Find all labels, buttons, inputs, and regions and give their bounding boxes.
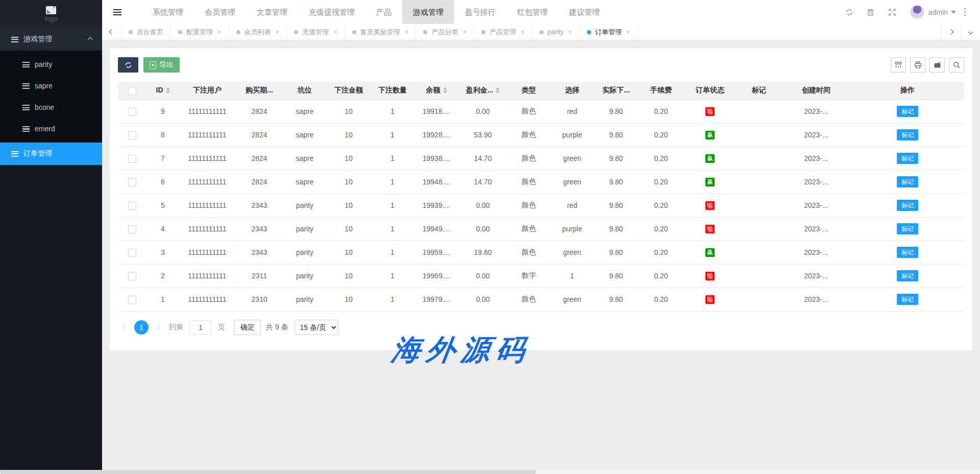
mark-button[interactable]: 标记 xyxy=(897,129,918,140)
tab-首充奖励管理[interactable]: 首充奖励管理× xyxy=(345,24,416,40)
tab-产品分类[interactable]: 产品分类× xyxy=(416,24,474,40)
export-button[interactable]: x 导出 xyxy=(143,57,180,73)
horizontal-scrollbar[interactable] xyxy=(0,470,980,474)
print-button[interactable] xyxy=(910,57,925,73)
tabs-menu-button[interactable] xyxy=(961,24,980,40)
sidebar-item-订单管理[interactable]: 订单管理 xyxy=(0,143,102,165)
topnav-item-盈亏排行[interactable]: 盈亏排行 xyxy=(454,0,506,24)
hamburger-icon xyxy=(113,9,121,15)
goto-page-input[interactable] xyxy=(189,320,212,335)
columns-filter-button[interactable] xyxy=(891,57,906,73)
row-checkbox[interactable] xyxy=(128,272,136,280)
sidebar-item-bcone[interactable]: bcone xyxy=(0,97,102,118)
row-checkbox[interactable] xyxy=(128,131,136,139)
mark-button[interactable]: 标记 xyxy=(897,294,918,305)
sidebar-item-parity[interactable]: parity xyxy=(0,54,102,75)
column-header: 标记 xyxy=(737,82,781,100)
tab-close-icon[interactable]: × xyxy=(217,28,222,36)
refresh-button[interactable] xyxy=(839,0,860,24)
topnav-item-会员管理[interactable]: 会员管理 xyxy=(194,0,246,24)
cell-created: 2023-... xyxy=(781,123,851,147)
cell-period: 2824 xyxy=(235,170,283,194)
search-button[interactable] xyxy=(949,57,964,73)
mark-button[interactable]: 标记 xyxy=(897,200,918,211)
mark-button[interactable]: 标记 xyxy=(897,223,918,234)
sidebar-item-sapre[interactable]: sapre xyxy=(0,75,102,97)
mark-button[interactable]: 标记 xyxy=(897,247,918,258)
row-checkbox[interactable] xyxy=(128,178,136,186)
confirm-button[interactable]: 确定 xyxy=(234,320,261,335)
topnav-item-文章管理[interactable]: 文章管理 xyxy=(246,0,298,24)
tab-充值管理[interactable]: 充值管理× xyxy=(287,24,345,40)
mark-button[interactable]: 标记 xyxy=(897,153,918,164)
tab-后台首页[interactable]: 后台首页 xyxy=(121,24,171,40)
sort-icon[interactable] xyxy=(496,85,500,96)
sort-icon[interactable] xyxy=(166,85,170,96)
tab-close-icon[interactable]: × xyxy=(568,28,572,36)
export-data-button[interactable] xyxy=(929,57,945,73)
cell-status: 输 xyxy=(683,288,737,311)
header-checkbox[interactable] xyxy=(128,87,136,95)
tab-配置管理[interactable]: 配置管理× xyxy=(171,24,229,40)
tab-产品管理[interactable]: 产品管理× xyxy=(474,24,532,40)
caret-down-icon[interactable] xyxy=(951,11,956,16)
tabs-scroll-left-button[interactable] xyxy=(102,24,121,40)
tab-close-icon[interactable]: × xyxy=(276,28,280,36)
cell-fee: 0.20 xyxy=(639,241,683,264)
topnav-item-游戏管理[interactable]: 游戏管理 xyxy=(402,0,454,24)
table-row: 9111111111112824sapre10119918....0.00颜色r… xyxy=(118,100,964,123)
tab-dot-icon xyxy=(178,30,182,34)
fullscreen-button[interactable] xyxy=(881,0,903,24)
mark-button[interactable]: 标记 xyxy=(897,106,918,117)
tab-close-icon[interactable]: × xyxy=(462,28,467,36)
mark-button[interactable]: 标记 xyxy=(897,270,918,281)
sidebar-item-游戏管理[interactable]: 游戏管理 xyxy=(0,28,102,51)
tab-label: parity xyxy=(548,28,564,36)
topnav-item-红包管理[interactable]: 红包管理 xyxy=(506,0,558,24)
cell-action: 标记 xyxy=(851,194,964,217)
row-checkbox[interactable] xyxy=(128,225,136,233)
tab-close-icon[interactable]: × xyxy=(405,28,409,36)
tab-label: 后台首页 xyxy=(137,28,163,37)
tabs-scroll-right-button[interactable] xyxy=(941,24,961,40)
next-page-button[interactable] xyxy=(151,320,165,335)
sidebar-item-emerd[interactable]: emerd xyxy=(0,118,102,139)
row-checkbox[interactable] xyxy=(128,249,136,257)
cell-fee: 0.20 xyxy=(639,217,683,241)
topnav-item-充值提现管理[interactable]: 充值提现管理 xyxy=(298,0,365,24)
cell-balance: 19979.... xyxy=(414,288,459,311)
page-size-select[interactable]: 15 条/页 xyxy=(295,320,338,335)
tab-会员列表[interactable]: 会员列表× xyxy=(229,24,287,40)
cell-choice: red xyxy=(551,194,594,217)
clear-cache-button[interactable] xyxy=(860,0,881,24)
row-checkbox[interactable] xyxy=(128,202,136,210)
tab-订单管理[interactable]: 订单管理× xyxy=(580,24,638,40)
row-checkbox[interactable] xyxy=(128,155,136,163)
row-checkbox[interactable] xyxy=(128,108,136,116)
sort-icon[interactable] xyxy=(443,85,447,96)
chevron-left-icon xyxy=(122,325,128,330)
topnav-item-建议管理[interactable]: 建议管理 xyxy=(558,0,610,24)
status-badge: 输 xyxy=(705,201,715,210)
tab-close-icon[interactable]: × xyxy=(626,28,630,36)
tab-parity[interactable]: parity× xyxy=(532,24,580,40)
username[interactable]: admin xyxy=(928,8,948,16)
tab-close-icon[interactable]: × xyxy=(521,28,525,36)
table-refresh-button[interactable] xyxy=(118,57,138,73)
prev-page-button[interactable] xyxy=(118,320,132,335)
topnav-item-产品[interactable]: 产品 xyxy=(365,0,402,24)
tab-close-icon[interactable]: × xyxy=(333,28,337,36)
column-header: 下注用户 xyxy=(179,82,235,100)
cell-type: 颜色 xyxy=(507,147,551,170)
avatar[interactable] xyxy=(910,5,924,19)
scrollbar-thumb[interactable] xyxy=(0,470,536,474)
current-page-button[interactable]: 1 xyxy=(134,320,149,335)
topnav-item-系统管理[interactable]: 系统管理 xyxy=(142,0,194,24)
refresh-icon xyxy=(845,8,853,16)
table-row: 7111111111112824sapre10119938....14.70颜色… xyxy=(118,147,964,170)
row-checkbox[interactable] xyxy=(128,296,136,304)
more-vert-icon[interactable] xyxy=(964,11,966,13)
sidebar-toggle-button[interactable] xyxy=(102,0,133,24)
mark-button[interactable]: 标记 xyxy=(897,176,918,187)
sidebar-item-label: 订单管理 xyxy=(23,149,52,158)
